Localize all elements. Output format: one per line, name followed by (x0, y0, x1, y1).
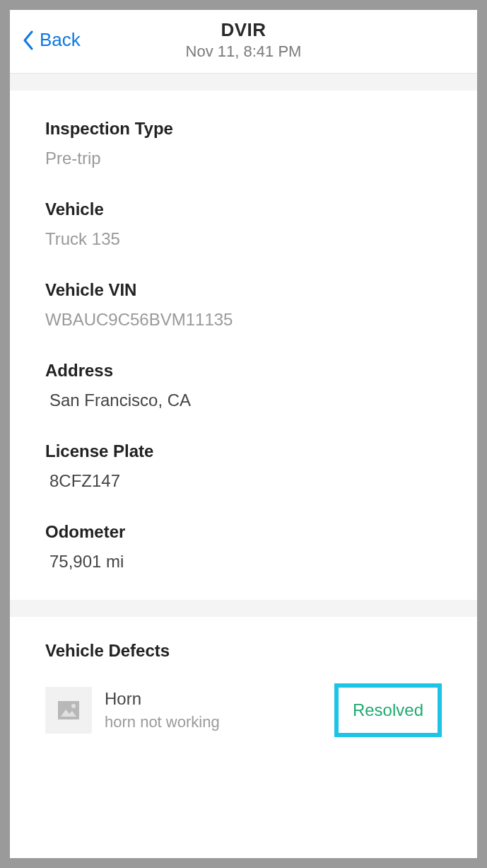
field-value: WBAUC9C56BVM11135 (45, 310, 442, 330)
section-divider (10, 600, 477, 617)
app-screen: Back DVIR Nov 11, 8:41 PM Inspection Typ… (0, 0, 487, 868)
field-odometer: Odometer 75,901 mi (45, 522, 442, 572)
defect-name: Horn (105, 689, 322, 709)
field-value: 75,901 mi (45, 552, 442, 572)
field-value: 8CFZ147 (45, 471, 442, 491)
field-label: Odometer (45, 522, 442, 542)
defects-title: Vehicle Defects (45, 641, 442, 661)
field-inspection-type: Inspection Type Pre-trip (45, 119, 442, 168)
field-address: Address San Francisco, CA (45, 361, 442, 410)
back-button[interactable]: Back (23, 29, 81, 51)
field-label: Inspection Type (45, 119, 442, 139)
back-label: Back (40, 29, 81, 51)
defect-text: Horn horn not working (105, 689, 322, 731)
defect-item[interactable]: Horn horn not working Resolved (45, 683, 442, 737)
field-license-plate: License Plate 8CFZ147 (45, 441, 442, 491)
field-label: Address (45, 361, 442, 381)
defect-thumbnail (45, 687, 92, 734)
status-badge[interactable]: Resolved (343, 695, 433, 726)
field-label: Vehicle VIN (45, 280, 442, 300)
defect-description: horn not working (105, 713, 322, 731)
field-vin: Vehicle VIN WBAUC9C56BVM11135 (45, 280, 442, 330)
field-value: Pre-trip (45, 149, 442, 168)
section-divider (10, 74, 477, 91)
status-highlight: Resolved (334, 683, 442, 737)
field-value: Truck 135 (45, 229, 442, 249)
field-label: License Plate (45, 441, 442, 461)
svg-point-2 (71, 704, 76, 708)
field-value: San Francisco, CA (45, 390, 442, 410)
details-section: Inspection Type Pre-trip Vehicle Truck 1… (10, 91, 477, 600)
svg-rect-0 (58, 701, 79, 719)
header-bar: Back DVIR Nov 11, 8:41 PM (10, 10, 477, 74)
field-vehicle: Vehicle Truck 135 (45, 199, 442, 249)
chevron-left-icon (23, 30, 34, 50)
defects-section: Vehicle Defects Horn horn not working Re… (10, 617, 477, 751)
field-label: Vehicle (45, 199, 442, 219)
image-placeholder-icon (58, 701, 79, 719)
